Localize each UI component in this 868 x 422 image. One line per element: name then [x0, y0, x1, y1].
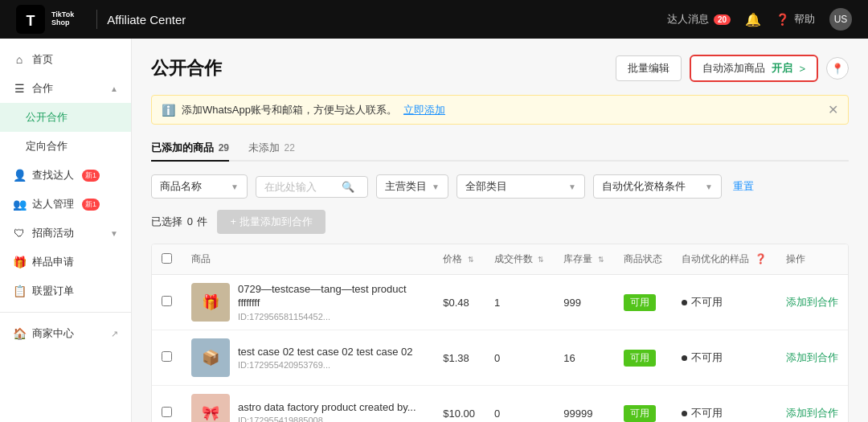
batch-edit-button[interactable]: 批量编辑 [616, 55, 682, 81]
row-stock-0: 999 [554, 275, 613, 330]
row-stock-2: 99999 [554, 386, 613, 423]
sidebar-label-sample-apply: 样品申请 [32, 255, 74, 269]
row-status-0: 可用 [614, 275, 672, 330]
sidebar-item-find-creators[interactable]: 👤 查找达人 新1 [0, 161, 131, 190]
th-auto-sample: 自动优化的样品 ❓ [672, 244, 776, 275]
sidebar-item-custom-cooperation[interactable]: 定向合作 [0, 132, 131, 161]
header-divider [96, 10, 97, 29]
bell-icon: 🔔 [745, 12, 761, 27]
selected-label: 已选择 0 件 [151, 215, 207, 229]
table-row: 📦 test case 02 test case 02 test case 02… [152, 330, 848, 386]
bell-nav[interactable]: 🔔 [745, 12, 761, 27]
tab-not-added[interactable]: 未添加 22 [248, 136, 295, 162]
orders-icon: 📋 [13, 285, 26, 297]
user-initials: US [834, 14, 848, 25]
row-action-2: 添加到合作 [776, 386, 848, 423]
optimize-chevron-icon: ▼ [705, 182, 713, 191]
optimize-filter[interactable]: 自动优化资格条件 ▼ [593, 174, 722, 199]
table-body: 🎁 0729—testcase—tang—test product ffffff… [152, 275, 848, 423]
page-title: 公开合作 [151, 56, 222, 80]
sidebar-item-creator-management[interactable]: 👥 达人管理 新1 [0, 190, 131, 219]
th-stock: 库存量 ⇅ [554, 244, 613, 275]
batch-add-button[interactable]: + 批量添加到合作 [217, 210, 325, 234]
th-orders: 成交件数 ⇅ [485, 244, 554, 275]
category-filter[interactable]: 主营类目 ▼ [376, 174, 448, 199]
merchant-center-icon: 🏠 [13, 327, 26, 340]
sidebar-item-merchant-activity[interactable]: 🛡 招商活动 ▼ [0, 219, 131, 248]
find-creators-badge: 新1 [82, 170, 100, 182]
product-thumbnail-2: 🎀 [191, 394, 230, 422]
optimize-label: 自动优化资格条件 [602, 179, 686, 194]
cooperation-icon: ☰ [13, 82, 26, 95]
table-row: 🎀 astro data factory product created by.… [152, 386, 848, 423]
tiktok-logo-icon: T [16, 5, 45, 34]
merchant-activity-icon: 🛡 [13, 227, 26, 240]
auto-add-button[interactable]: 自动添加商品 开启 > [690, 55, 818, 82]
sidebar-label-affiliate-orders: 联盟订单 [32, 284, 74, 298]
status-badge-1: 可用 [624, 350, 656, 367]
product-thumbnail-0: 🎁 [191, 283, 230, 322]
select-all-checkbox[interactable] [162, 253, 172, 264]
auto-sample-help-icon[interactable]: ❓ [755, 253, 767, 264]
table-row: 🎁 0729—testcase—tang—test product ffffff… [152, 275, 848, 330]
orders-sort-icon[interactable]: ⇅ [538, 256, 544, 264]
category-value: 全部类目 [465, 179, 507, 194]
product-name-0: 0729—testcase—tang—test product ffffffff [238, 283, 424, 310]
row-checkbox-0[interactable] [162, 296, 172, 306]
product-table-container: 商品 价格 ⇅ 成交件数 ⇅ 库存量 ⇅ [151, 244, 849, 422]
notice-link[interactable]: 立即添加 [403, 103, 445, 117]
notice-content: ℹ️ 添加WhatsApp账号和邮箱，方便与达人联系。 立即添加 [162, 103, 445, 117]
notifications-nav[interactable]: 达人消息 20 [667, 12, 731, 27]
tab-not-added-label: 未添加 [248, 141, 280, 154]
page-help-icon[interactable]: 📍 [826, 57, 849, 80]
product-id-1: ID:172955420953769... [238, 360, 413, 370]
add-to-cooperation-link-1[interactable]: 添加到合作 [786, 351, 838, 363]
status-badge-2: 可用 [624, 405, 656, 422]
sidebar-item-affiliate-orders[interactable]: 📋 联盟订单 [0, 277, 131, 305]
category-value-filter[interactable]: 全部类目 ▼ [457, 174, 585, 199]
product-name-label: 商品名称 [160, 179, 202, 194]
chevron-up-icon: ▲ [110, 84, 118, 93]
help-nav[interactable]: ❓ 帮助 [776, 12, 815, 27]
row-checkbox-2[interactable] [162, 407, 172, 417]
sidebar-item-merchant-center[interactable]: 🏠 商家中心 ↗ [0, 319, 131, 348]
sidebar-label-public-cooperation: 公开合作 [26, 110, 68, 125]
th-product: 商品 [182, 244, 433, 275]
chevron-down-icon: ▼ [110, 229, 118, 238]
row-action-0: 添加到合作 [776, 275, 848, 330]
add-to-cooperation-link-0[interactable]: 添加到合作 [786, 296, 838, 308]
th-price: 价格 ⇅ [433, 244, 485, 275]
product-name-input[interactable] [264, 181, 337, 193]
sidebar-item-cooperation[interactable]: ☰ 合作 ▲ [0, 74, 131, 103]
notice-close-button[interactable]: ✕ [828, 102, 838, 117]
sidebar-label-merchant-activity: 招商活动 [32, 226, 74, 240]
th-status: 商品状态 [614, 244, 672, 275]
tab-added[interactable]: 已添加的商品 29 [151, 136, 229, 162]
sample-icon: 🎁 [13, 256, 26, 268]
find-creators-icon: 👤 [13, 169, 26, 182]
row-auto-sample-2: 不可用 [672, 386, 776, 423]
add-to-cooperation-link-2[interactable]: 添加到合作 [786, 407, 838, 419]
row-auto-sample-0: 不可用 [672, 275, 776, 330]
product-name-filter[interactable]: 商品名称 ▼ [151, 174, 248, 199]
row-status-2: 可用 [614, 386, 672, 423]
auto-sample-text-1: 不可用 [691, 350, 723, 365]
tab-added-count: 29 [219, 142, 229, 154]
product-id-0: ID:172956581154452... [238, 312, 424, 322]
filter-bar: 商品名称 ▼ 🔍 主营类目 ▼ 全部类目 ▼ 自动优化资格条件 ▼ 重置 [151, 174, 849, 199]
row-status-1: 可用 [614, 330, 672, 386]
sidebar-item-home[interactable]: ⌂ 首页 [0, 45, 131, 74]
sidebar-item-sample-apply[interactable]: 🎁 样品申请 [0, 248, 131, 277]
bulk-action-bar: 已选择 0 件 + 批量添加到合作 [151, 210, 849, 234]
category-label: 主营类目 [385, 179, 427, 194]
row-product-cell: 📦 test case 02 test case 02 test case 02… [182, 330, 433, 386]
row-checkbox-1[interactable] [162, 351, 172, 362]
stock-sort-icon[interactable]: ⇅ [598, 256, 604, 264]
row-checkbox-cell [152, 386, 182, 423]
user-avatar[interactable]: US [829, 8, 852, 31]
sidebar-item-public-cooperation[interactable]: 公开合作 [0, 103, 131, 132]
location-icon: 📍 [831, 63, 844, 75]
row-stock-1: 16 [554, 330, 613, 386]
reset-button[interactable]: 重置 [733, 179, 754, 194]
price-sort-icon[interactable]: ⇅ [468, 256, 474, 264]
